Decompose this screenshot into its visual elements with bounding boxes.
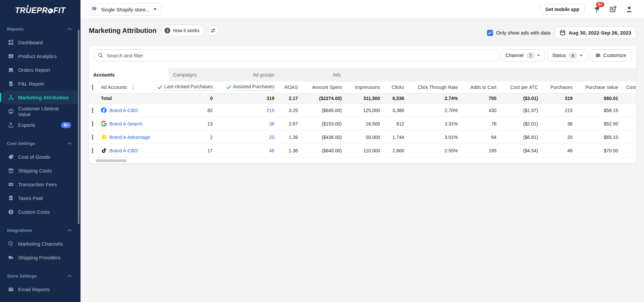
row-checkbox[interactable] [92, 148, 93, 153]
checked-checkbox-icon[interactable] [487, 30, 493, 36]
row-checkbox[interactable] [92, 121, 93, 127]
get-mobile-app-button[interactable]: Get mobile app [540, 4, 585, 15]
chevron-down-icon [153, 8, 157, 10]
sidebar-item-customer-lifetime-value[interactable]: Customer Lifetime Value [3, 104, 78, 118]
table-row: Brand A-Advantage2201.39($436.00)58,0001… [89, 131, 636, 144]
filter-row: Channel 7 Status 6 Customize [89, 49, 636, 61]
cell-assisted[interactable]: 46 [213, 148, 274, 153]
cell-amountSpent: ($436.00) [298, 135, 342, 140]
cell-amountSpent: ($845.00) [298, 108, 342, 113]
status-filter-dropdown[interactable]: Status 6 [547, 49, 587, 61]
tab-accounts[interactable]: Accounts [89, 68, 169, 82]
sidebar-item-marketing-attribution[interactable]: Marketing Attribution [3, 91, 78, 104]
cell-assisted[interactable]: 38 [213, 121, 274, 127]
date-range-picker[interactable]: Aug 30, 2022-Sep 26, 2023 [555, 27, 636, 39]
cell-purchaseValue: $70.50 [573, 148, 618, 153]
total-label: Total [101, 96, 154, 101]
sidebar-item-transaction-fees[interactable]: Transaction Fees [3, 178, 78, 191]
channel-filter-dropdown[interactable]: Channel 7 [501, 49, 545, 61]
sidebar-section-label: Store Settings [7, 273, 37, 279]
cell-ctr: 2.55% [404, 148, 458, 153]
trueprofit-logo: TRUEPRFIT [0, 0, 80, 21]
cell-costPerAtc: ($2.01) [496, 121, 538, 127]
sidebar-section-header[interactable]: Cost Settings [0, 139, 80, 147]
sidebar-scrollbar[interactable] [78, 30, 79, 224]
marketing-channels-icon [8, 241, 14, 247]
sidebar-item-marketing-channels[interactable]: Marketing Channels [3, 237, 78, 251]
svg-text:$: $ [10, 210, 12, 214]
row-checkbox[interactable] [92, 108, 93, 113]
tab-ad-groups[interactable]: Ad groups [249, 68, 328, 82]
column-label: Ad Accounts [101, 85, 127, 90]
exports-count-badge: 9+ [61, 122, 71, 128]
cell-assisted[interactable]: 20 [213, 135, 274, 140]
cell-atc: 76 [458, 121, 496, 127]
sidebar-item-email-reports[interactable]: Email Reports [3, 283, 78, 296]
sort-button[interactable] [131, 85, 135, 90]
table-horizontal-scrollbar[interactable] [96, 159, 126, 162]
tab-campaigns[interactable]: Campaigns [169, 68, 249, 82]
total-amountSpent: ($2274.00) [298, 96, 342, 101]
column-header-ctr: Click Through Rate [404, 85, 458, 90]
account-name-link[interactable]: Brand A-CBO [109, 148, 138, 153]
column-label: Last-clicked Purchases [164, 84, 213, 91]
sidebar-item-product-analytics[interactable]: Product Analytics [3, 49, 78, 63]
total-purchaseValue: $60.01 [573, 96, 618, 101]
how-it-works-label: How it works [173, 28, 199, 33]
cell-lastClicked[interactable]: 2 [154, 135, 213, 140]
sidebar-item-dashboard[interactable]: Dashboard [3, 36, 78, 49]
sidebar-section-header[interactable]: Reports [0, 25, 80, 33]
sidebar-item-custom-costs[interactable]: $Custom Costs [3, 205, 78, 219]
customize-button[interactable]: Customize [590, 49, 632, 61]
cell-assisted[interactable]: 215 [213, 108, 274, 113]
cell-lastClicked[interactable]: 17 [154, 148, 213, 153]
account-name-link[interactable]: Brand A-CBO [109, 108, 138, 113]
facebook-icon [101, 107, 107, 113]
select-all-checkbox[interactable] [92, 85, 93, 90]
sidebar-item-shipping-costs[interactable]: Shipping Costs [3, 164, 78, 178]
cell-purchases: 38 [538, 121, 573, 127]
cell-lastClicked[interactable]: 13 [154, 121, 213, 127]
sync-button[interactable] [208, 26, 218, 36]
chevron-up-icon [67, 274, 72, 279]
cell-roas: 2.87 [274, 121, 298, 127]
how-it-works-button[interactable]: i How it works [161, 25, 204, 36]
only-show-ads-toggle[interactable]: Only show ads with data [487, 30, 551, 36]
cell-purchaseValue: $52.50 [573, 121, 618, 127]
cell-purchases: 20 [538, 135, 573, 140]
account-name-link[interactable]: Brand A-Advantage [109, 135, 150, 140]
cell-impressions: 58,000 [342, 135, 380, 140]
table-row: Brand A-CBO822153.25($845.00)125,0003,38… [89, 104, 636, 117]
cell-ctr: 3.31% [404, 121, 458, 127]
whats-new-button[interactable] [609, 6, 617, 13]
sidebar-item-exports[interactable]: Exports9+ [3, 118, 78, 132]
column-header-account[interactable]: Ad Accounts [101, 85, 154, 90]
sidebar-section-header[interactable]: Integrations [0, 226, 80, 234]
last-clicked-link: 13 [207, 121, 213, 127]
table-row: Brand A-CBO17461.36($840.00)110,0002,800… [89, 144, 636, 157]
tab-ads[interactable]: Ads [328, 68, 408, 82]
store-selector[interactable]: Single Shopify store... [86, 3, 162, 15]
sidebar-section-integrations: IntegrationsMarketing ChannelsShipping P… [0, 226, 80, 264]
column-header-roas: ROAS [274, 85, 298, 90]
sidebar-item-orders-report[interactable]: Orders Report [3, 63, 78, 77]
sidebar-item-shipping-providers[interactable]: Shipping Providers [3, 251, 78, 264]
cell-clicks: 3,380 [380, 108, 404, 113]
sidebar-item-label: Marketing Attribution [18, 95, 69, 100]
search-input[interactable] [94, 49, 498, 61]
sidebar-item-p-l-report[interactable]: P&L Report [3, 77, 78, 91]
cell-lastClicked[interactable]: 82 [154, 108, 213, 113]
sidebar-item-taxes-paid[interactable]: Taxes Paid [3, 191, 78, 205]
column-label: Assisted Purchases [233, 84, 274, 91]
account-button[interactable] [626, 6, 633, 13]
announcements-button[interactable]: 9+ [593, 6, 601, 13]
row-checkbox[interactable] [92, 135, 93, 140]
sidebar-section-reports: ReportsDashboardProduct AnalyticsOrders … [0, 25, 80, 132]
sidebar-section-label: Reports [7, 27, 23, 32]
sidebar-section-header[interactable]: Store Settings [0, 272, 80, 280]
sidebar-item-cost-of-goods[interactable]: Cost of Goods [3, 150, 78, 164]
page-header-left: Marketing Attribution i How it works [89, 25, 218, 36]
account-name-link[interactable]: Brand A-Search [109, 121, 143, 127]
cell-purchaseValue: $58.15 [573, 108, 618, 113]
status-filter-label: Status [552, 53, 566, 58]
